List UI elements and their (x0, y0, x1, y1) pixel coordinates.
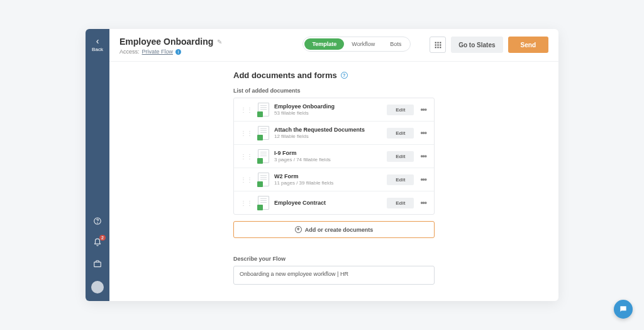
back-label: Back (92, 47, 103, 52)
more-icon[interactable]: ••• (419, 175, 428, 184)
briefcase-icon[interactable] (92, 258, 103, 270)
chat-fab[interactable] (614, 300, 633, 319)
doc-row: ⋮⋮ Employee Contract Edit ••• (234, 191, 434, 214)
svg-rect-9 (435, 47, 436, 48)
avatar[interactable] (91, 281, 104, 293)
section-title: Add documents and forms (233, 71, 337, 80)
plus-circle-icon: + (295, 226, 302, 233)
access-link[interactable]: Private Flow (142, 48, 174, 55)
drag-handle-icon[interactable]: ⋮⋮ (240, 178, 253, 182)
go-to-slates-button[interactable]: Go to Slates (451, 37, 502, 53)
doc-row: ⋮⋮ W2 Form 11 pages / 39 fillable fields… (234, 168, 434, 191)
document-icon (258, 196, 269, 210)
doc-row: ⋮⋮ Attach the Requested Documents 12 fil… (234, 122, 434, 145)
main-area: Employee Onboarding ✎ Access: Private Fl… (109, 29, 558, 301)
app-frame: ‹ Back 2 Employee Onboarding ✎ Access: (86, 29, 558, 301)
svg-rect-6 (435, 44, 436, 45)
documents-list: ⋮⋮ Employee Onboarding 53 fillable field… (233, 98, 435, 215)
add-documents-button[interactable]: + Add or create documents (233, 221, 435, 238)
doc-subtitle: 3 pages / 74 fillable fields (274, 157, 382, 162)
chevron-left-icon: ‹ (92, 37, 103, 45)
doc-subtitle: 11 pages / 39 fillable fields (274, 180, 382, 186)
document-icon (258, 173, 269, 186)
edit-button[interactable]: Edit (387, 151, 414, 162)
access-label: Access: (119, 48, 140, 55)
section-help-icon[interactable]: ? (341, 72, 348, 79)
tab-workflow[interactable]: Workflow (344, 38, 382, 50)
doc-title: Attach the Requested Documents (274, 127, 382, 133)
more-icon[interactable]: ••• (419, 152, 428, 161)
info-icon[interactable]: i (175, 49, 181, 55)
svg-rect-2 (94, 262, 101, 267)
edit-title-icon[interactable]: ✎ (217, 38, 222, 45)
tab-bots[interactable]: Bots (382, 38, 409, 50)
apps-grid-button[interactable] (430, 37, 446, 53)
more-icon[interactable]: ••• (419, 105, 428, 114)
edit-button[interactable]: Edit (387, 105, 414, 115)
help-icon[interactable] (92, 215, 103, 227)
more-icon[interactable]: ••• (419, 128, 428, 137)
edit-button[interactable]: Edit (387, 128, 414, 139)
content: Add documents and forms ? List of added … (109, 62, 558, 301)
drag-handle-icon[interactable]: ⋮⋮ (240, 108, 253, 112)
doc-row: ⋮⋮ Employee Onboarding 53 fillable field… (234, 98, 434, 122)
drag-handle-icon[interactable]: ⋮⋮ (240, 131, 253, 135)
svg-rect-5 (440, 42, 441, 43)
describe-label: Describe your Flow (233, 256, 435, 262)
svg-rect-11 (440, 47, 441, 48)
doc-title: Employee Contract (274, 200, 382, 206)
doc-subtitle: 12 fillable fields (274, 134, 382, 139)
svg-point-1 (97, 223, 98, 224)
send-button[interactable]: Send (508, 37, 548, 53)
back-button[interactable]: ‹ Back (92, 29, 103, 52)
doc-subtitle: 53 fillable fields (274, 110, 382, 116)
doc-title: W2 Form (274, 173, 382, 179)
svg-rect-4 (437, 42, 438, 43)
drag-handle-icon[interactable]: ⋮⋮ (240, 201, 253, 205)
describe-flow-input[interactable]: Onboarding a new employee workflow | HR (233, 266, 435, 285)
svg-rect-7 (437, 44, 438, 45)
document-icon (258, 149, 269, 163)
svg-rect-8 (440, 44, 441, 45)
notification-badge: 2 (99, 235, 106, 241)
tabs: Template Workflow Bots (303, 37, 411, 52)
drag-handle-icon[interactable]: ⋮⋮ (240, 154, 253, 159)
doc-title: I-9 Form (274, 150, 382, 156)
svg-rect-3 (435, 42, 436, 43)
edit-button[interactable]: Edit (387, 174, 414, 185)
document-icon (258, 126, 269, 140)
more-icon[interactable]: ••• (419, 198, 428, 207)
sidebar: ‹ Back 2 (86, 29, 109, 301)
doc-title: Employee Onboarding (274, 103, 382, 110)
doc-row: ⋮⋮ I-9 Form 3 pages / 74 fillable fields… (234, 145, 434, 168)
list-label: List of added documents (233, 88, 435, 94)
page-title: Employee Onboarding (119, 37, 213, 47)
notifications-icon[interactable]: 2 (92, 237, 103, 248)
svg-rect-10 (437, 47, 438, 48)
add-btn-label: Add or create documents (305, 227, 374, 233)
document-icon (258, 103, 269, 117)
edit-button[interactable]: Edit (387, 198, 414, 208)
topbar: Employee Onboarding ✎ Access: Private Fl… (109, 29, 558, 62)
tab-template[interactable]: Template (304, 38, 344, 50)
